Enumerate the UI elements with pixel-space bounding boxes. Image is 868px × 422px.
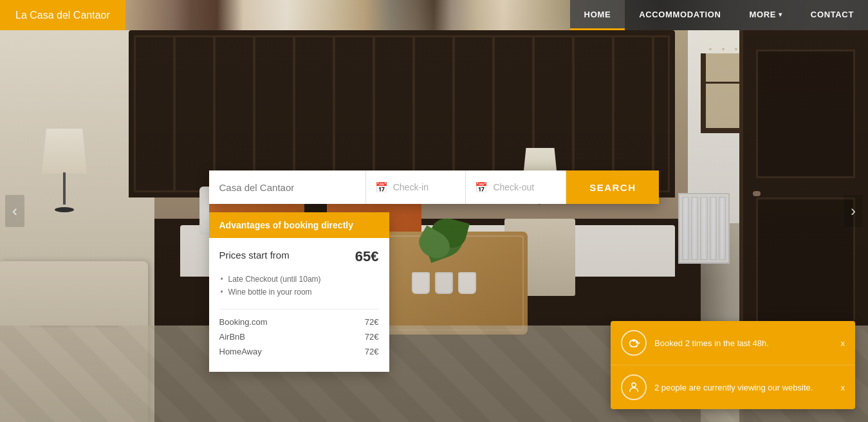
competitor-price-2: 72€ <box>365 332 379 342</box>
checkout-placeholder: Check-out <box>493 182 534 192</box>
person-icon <box>627 380 641 394</box>
competitor-price-3: 72€ <box>365 347 379 356</box>
competitor-name-3: HomeAway <box>219 347 262 356</box>
competitor-price-1: 72€ <box>365 317 379 327</box>
notification-text-2: 2 people are currently viewing our websi… <box>654 383 836 392</box>
navbar: La Casa del Cantaor HOME ACCOMMODATION M… <box>0 0 868 30</box>
nav-contact[interactable]: CONTACT <box>797 0 868 30</box>
carousel-prev-button[interactable]: ‹ <box>5 195 24 227</box>
checkin-field[interactable]: 📅 Check-in <box>366 170 466 204</box>
calendar-icon-2: 📅 <box>475 181 488 194</box>
notification-close-2[interactable]: x <box>841 383 845 392</box>
divider <box>219 309 379 309</box>
plant <box>412 212 463 289</box>
price-row: Prices start from 65€ <box>219 248 379 265</box>
notification-row-1: Booked 2 times in the last 48h. x <box>611 321 855 365</box>
search-bar: 📅 Check-in 📅 Check-out SEARCH <box>209 170 660 204</box>
chevron-right-icon: › <box>851 202 856 220</box>
nav-links: HOME ACCOMMODATION MORE ▾ CONTACT <box>570 0 868 30</box>
carousel-next-button[interactable]: › <box>844 195 863 227</box>
benefit-list: Late Checkout (until 10am) Wine bottle i… <box>219 273 379 298</box>
nav-spacer <box>125 0 570 30</box>
pig-icon <box>627 336 641 350</box>
chevron-down-icon: ▾ <box>779 11 782 18</box>
booking-panel-body: Prices start from 65€ Late Checkout (unt… <box>209 238 389 372</box>
notification-close-1[interactable]: x <box>841 338 845 348</box>
nav-more[interactable]: MORE ▾ <box>735 0 797 30</box>
booking-panel: Advantages of booking directly Prices st… <box>209 212 389 372</box>
brand-name[interactable]: La Casa del Cantaor <box>0 0 125 30</box>
svg-point-1 <box>636 342 638 343</box>
competitor-row-2: AirBnB 72€ <box>219 332 379 342</box>
competitor-row-3: HomeAway 72€ <box>219 347 379 356</box>
lamp-left <box>39 129 90 212</box>
price-label: Prices start from <box>219 248 290 262</box>
benefit-item: Late Checkout (until 10am) <box>219 273 379 286</box>
search-property-input[interactable] <box>219 182 355 193</box>
notification-person-icon <box>621 374 647 400</box>
competitor-name-1: Booking.com <box>219 317 268 327</box>
notification-row-2: 2 people are currently viewing our websi… <box>611 365 855 409</box>
nav-home[interactable]: HOME <box>570 0 625 30</box>
search-button[interactable]: SEARCH <box>566 170 659 204</box>
competitor-name-2: AirBnB <box>219 332 245 342</box>
radiator <box>678 193 730 264</box>
benefit-item: Wine bottle in your room <box>219 286 379 298</box>
booking-panel-header: Advantages of booking directly <box>209 212 389 238</box>
checkin-placeholder: Check-in <box>393 182 429 192</box>
notification-text-1: Booked 2 times in the last 48h. <box>654 338 836 348</box>
checkout-field[interactable]: 📅 Check-out <box>466 170 566 204</box>
nav-accommodation[interactable]: ACCOMMODATION <box>625 0 735 30</box>
svg-point-3 <box>632 383 636 387</box>
search-property-wrap <box>209 170 366 204</box>
price-value: 65€ <box>355 248 379 265</box>
calendar-icon: 📅 <box>375 181 388 194</box>
notification-panel: Booked 2 times in the last 48h. x 2 peop… <box>611 321 855 409</box>
competitor-row-1: Booking.com 72€ <box>219 317 379 327</box>
svg-rect-2 <box>633 340 635 341</box>
notification-fire-icon <box>621 330 647 356</box>
chevron-left-icon: ‹ <box>12 202 17 220</box>
